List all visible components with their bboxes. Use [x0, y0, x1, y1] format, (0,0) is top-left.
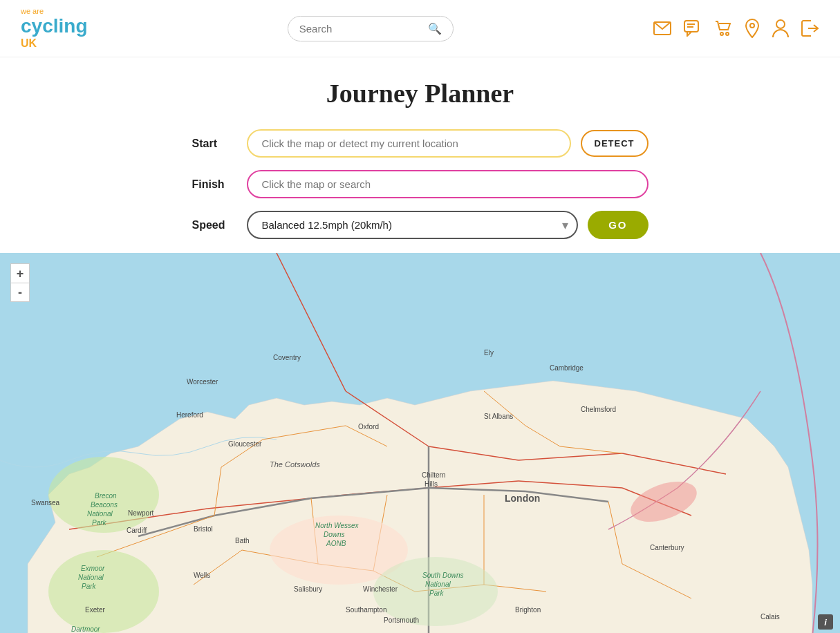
logo-uk: UK [21, 37, 87, 50]
svg-point-47 [48, 550, 159, 633]
svg-text:Chelmsford: Chelmsford [581, 406, 616, 413]
start-input[interactable] [247, 129, 571, 158]
svg-point-4 [720, 32, 723, 35]
svg-text:Calais: Calais [760, 613, 780, 621]
nav-icons [653, 19, 819, 38]
svg-text:Downs: Downs [324, 531, 345, 538]
svg-text:Winchester: Winchester [363, 585, 398, 593]
map-info-button[interactable]: i [818, 614, 833, 630]
zoom-out-button[interactable]: - [10, 283, 30, 302]
svg-text:Worcester: Worcester [187, 378, 218, 386]
journey-planner-form: Start DETECT Finish Speed Balanced 12.5m… [178, 129, 662, 239]
svg-text:Hills: Hills [424, 480, 438, 488]
zoom-in-button[interactable]: + [10, 263, 30, 283]
speed-select[interactable]: Balanced 12.5mph (20km/h) Slow 8mph (13k… [247, 211, 579, 239]
shop-icon[interactable] [714, 20, 732, 37]
svg-text:National: National [78, 574, 104, 581]
svg-point-6 [750, 23, 754, 28]
svg-text:Ely: Ely [484, 349, 494, 357]
svg-point-5 [726, 32, 729, 35]
svg-text:National: National [425, 580, 451, 588]
chat-icon[interactable] [684, 20, 702, 37]
search-icon[interactable]: 🔍 [428, 22, 442, 35]
sign-out-icon[interactable] [801, 19, 819, 38]
svg-text:North Wessex: North Wessex [315, 522, 360, 529]
start-label: Start [192, 138, 237, 150]
start-row: Start DETECT [192, 129, 648, 158]
map-container[interactable]: Coventry Ely Cambridge Worcester Herefor… [0, 253, 840, 633]
finish-row: Finish [192, 170, 648, 198]
start-input-wrap [247, 129, 571, 158]
svg-text:Exmoor: Exmoor [81, 565, 105, 572]
page-title: Journey Planner [0, 78, 840, 108]
svg-text:Hereford: Hereford [176, 411, 203, 419]
detect-button[interactable]: DETECT [581, 130, 648, 157]
map-zoom-controls: + - [10, 263, 30, 302]
logo: we are cycling UK [21, 7, 87, 50]
svg-text:Gloucester: Gloucester [228, 440, 262, 448]
logo-cycling: cycling [21, 15, 87, 37]
finish-input[interactable] [247, 170, 648, 198]
svg-text:Brighton: Brighton [515, 606, 541, 614]
svg-text:Dartmoor: Dartmoor [71, 625, 100, 633]
svg-text:Southampton: Southampton [346, 606, 387, 614]
svg-text:Park: Park [92, 519, 107, 527]
speed-select-wrap: Balanced 12.5mph (20km/h) Slow 8mph (13k… [247, 211, 579, 239]
svg-text:Portsmouth: Portsmouth [384, 616, 419, 624]
svg-text:Salisbury: Salisbury [294, 585, 322, 593]
finish-label: Finish [192, 178, 237, 191]
svg-text:Coventry: Coventry [273, 354, 301, 361]
svg-text:Cambridge: Cambridge [550, 364, 584, 372]
map[interactable]: Coventry Ely Cambridge Worcester Herefor… [0, 253, 840, 633]
svg-text:South Downs: South Downs [422, 571, 463, 579]
svg-text:Bristol: Bristol [194, 525, 213, 533]
svg-text:AONB: AONB [326, 540, 346, 547]
email-icon[interactable] [653, 21, 671, 35]
map-pin-icon[interactable] [745, 19, 760, 38]
svg-text:St Albans: St Albans [484, 413, 513, 420]
speed-row: Speed Balanced 12.5mph (20km/h) Slow 8mp… [192, 211, 648, 239]
svg-text:Exeter: Exeter [85, 606, 106, 614]
svg-text:Brecon: Brecon [95, 492, 117, 500]
search-bar[interactable]: 🔍 [288, 16, 454, 41]
svg-text:Bath: Bath [235, 537, 250, 545]
svg-point-7 [776, 20, 785, 28]
svg-text:Park: Park [429, 589, 445, 597]
svg-text:Park: Park [82, 583, 97, 590]
speed-label: Speed [192, 219, 237, 232]
svg-text:Cardiff: Cardiff [127, 527, 147, 534]
svg-text:Swansea: Swansea [31, 499, 60, 507]
search-input[interactable] [299, 23, 428, 35]
header: we are cycling UK 🔍 [0, 0, 840, 57]
logo-we-are: we are [21, 7, 87, 15]
svg-text:The Cotswolds: The Cotswolds [270, 460, 320, 469]
svg-text:Beacons: Beacons [91, 501, 118, 509]
main-content: Journey Planner Start DETECT Finish Spee… [0, 57, 840, 633]
svg-text:Canterbury: Canterbury [650, 544, 684, 551]
go-button[interactable]: GO [588, 211, 648, 239]
svg-text:Newport: Newport [128, 509, 153, 517]
svg-text:Wells: Wells [194, 571, 210, 579]
finish-input-wrap [247, 170, 648, 198]
svg-text:Chiltern: Chiltern [422, 471, 445, 479]
svg-text:National: National [87, 510, 113, 518]
svg-text:London: London [505, 493, 540, 504]
user-icon[interactable] [772, 19, 789, 38]
svg-text:Oxford: Oxford [358, 423, 379, 431]
